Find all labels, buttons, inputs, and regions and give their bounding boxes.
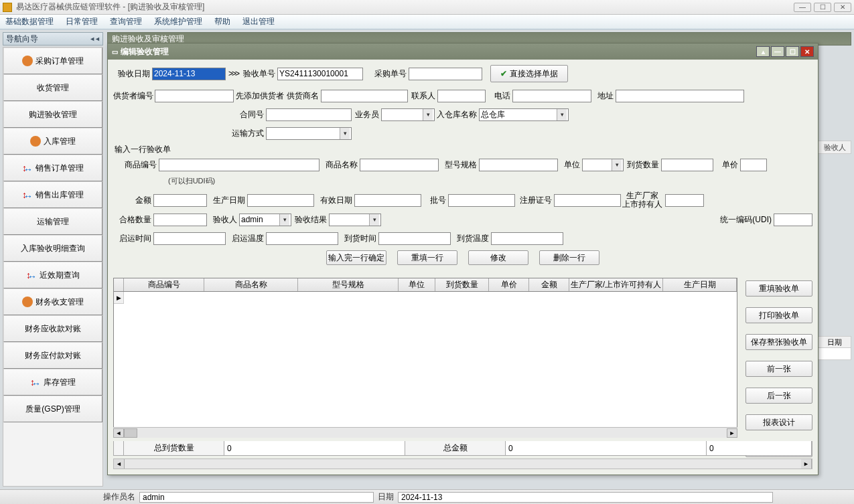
reg-no-input[interactable] (554, 194, 621, 207)
spec-input[interactable] (479, 159, 558, 171)
menu-system[interactable]: 系统维护管理 (154, 16, 202, 27)
arrival-temp-input[interactable] (491, 232, 563, 245)
nav-collapse-icon[interactable]: ◄◄ (89, 35, 100, 42)
nav-sales-order[interactable]: 销售订单管理 (3, 155, 102, 181)
nav-finance[interactable]: 财务收支管理 (3, 288, 102, 315)
grid-header[interactable]: 单价 (489, 278, 529, 291)
nav-header-label: 导航向导 (6, 33, 38, 45)
nav-inbound[interactable]: 入库管理 (3, 128, 102, 155)
refill-doc-button[interactable]: 重填验收单 (745, 280, 812, 297)
grid-header[interactable]: 到货数量 (435, 278, 489, 291)
prod-date-input[interactable] (247, 194, 314, 207)
valid-date-input[interactable] (354, 194, 421, 207)
batch-input[interactable] (448, 194, 515, 207)
contract-no-input[interactable] (266, 108, 352, 121)
menu-help[interactable]: 帮助 (214, 16, 230, 27)
menu-query[interactable]: 查询管理 (110, 16, 142, 27)
udi-input[interactable] (774, 214, 812, 226)
nav-receivable[interactable]: 财务应收款对账 (3, 315, 102, 342)
modify-line-button[interactable]: 修改 (468, 250, 528, 265)
inspector-combo[interactable]: admin (239, 214, 291, 226)
prev-doc-button[interactable]: 前一张 (745, 361, 812, 377)
supplier-code-input[interactable] (155, 90, 234, 102)
depart-temp-input[interactable] (266, 232, 338, 245)
direct-select-doc-button[interactable]: ✔ 直接选择单据 (490, 65, 568, 82)
depart-time-input[interactable] (153, 232, 226, 245)
label-acceptance-date: 验收日期 (113, 68, 152, 80)
grid-header[interactable]: 商品名称 (204, 278, 298, 291)
next-doc-button[interactable]: 后一张 (745, 388, 812, 404)
grid-header[interactable]: 单位 (399, 278, 435, 291)
salesman-combo[interactable] (381, 108, 435, 121)
arrival-qty-input[interactable] (661, 159, 713, 171)
amount-input[interactable] (153, 194, 207, 207)
grid-h-scrollbar[interactable]: ◄ ► (113, 427, 737, 438)
nav-inbound-detail[interactable]: 入库验收明细查询 (3, 235, 102, 262)
detail-grid[interactable]: 商品编号 商品名称 型号规格 单位 到货数量 单价 金额 生产厂家/上市许可持有… (113, 278, 737, 437)
nav-purchase-order[interactable]: 采购订单管理 (3, 48, 102, 74)
label-add-supplier[interactable]: 先添加供货者 (234, 90, 286, 102)
qualified-qty-input[interactable] (153, 214, 207, 226)
warehouse-combo[interactable]: 总仓库 (479, 108, 569, 121)
grid-header[interactable]: 金额 (529, 278, 569, 291)
window-close-button[interactable]: ✕ (834, 3, 851, 12)
dialog-maximize-button[interactable]: ☐ (786, 46, 799, 57)
unit-price-input[interactable] (740, 159, 767, 171)
nav-inventory[interactable]: 库存管理 (3, 369, 102, 396)
window-maximize-button[interactable]: ☐ (814, 3, 831, 12)
dialog-minimize-button[interactable]: — (771, 46, 784, 57)
nav-receiving[interactable]: 收货管理 (3, 74, 102, 101)
grid-body[interactable]: ▶ (114, 292, 737, 436)
grid-header[interactable]: 型号规格 (298, 278, 399, 291)
supplier-name-input[interactable] (321, 90, 408, 102)
dialog-rollup-button[interactable]: ▴ (756, 46, 770, 57)
scroll-left-button[interactable]: ◄ (113, 428, 124, 438)
nav-expiry-query[interactable]: 近效期查询 (3, 262, 102, 288)
unit-combo[interactable] (582, 159, 624, 171)
window-minimize-button[interactable]: — (794, 3, 811, 12)
report-design-button[interactable]: 报表设计 (745, 414, 812, 430)
product-code-input[interactable] (159, 159, 319, 171)
dialog-titlebar[interactable]: 编辑验收管理 ▴ — ☐ ✕ (108, 44, 818, 60)
scroll-thumb[interactable] (124, 428, 137, 438)
scroll-left-button[interactable]: ◄ (114, 459, 125, 469)
menu-exit[interactable]: 退出管理 (242, 16, 275, 27)
grid-header[interactable]: 生产厂家/上市许可持有人 (569, 278, 663, 291)
nav-sales-out[interactable]: 销售出库管理 (3, 181, 102, 208)
menu-daily[interactable]: 日常管理 (66, 16, 98, 27)
refill-line-button[interactable]: 重填一行 (397, 250, 457, 265)
scroll-right-button[interactable]: ► (727, 428, 737, 438)
confirm-line-button[interactable]: 输入完一行确定 (326, 250, 386, 265)
edit-acceptance-dialog: 编辑验收管理 ▴ — ☐ ✕ 验收日期 >>> 验收单号 采购单号 ✔ (107, 43, 819, 475)
nav-header[interactable]: 导航向导 ◄◄ (3, 32, 103, 46)
purchase-no-input[interactable] (409, 68, 482, 80)
dialog-right-buttons: 重填验收单 打印验收单 保存整张验收单 前一张 后一张 报表设计 返回 (745, 280, 812, 457)
scroll-right-button[interactable]: ► (801, 459, 812, 469)
contact-input[interactable] (437, 90, 486, 102)
print-doc-button[interactable]: 打印验收单 (745, 307, 812, 323)
nav-gsp[interactable]: 质量(GSP)管理 (3, 396, 102, 422)
grid-header[interactable]: 生产日期 (663, 278, 737, 291)
dialog-bottom-scrollbar[interactable]: ◄ ► (113, 458, 812, 469)
result-combo[interactable] (329, 214, 381, 226)
delete-line-button[interactable]: 删除一行 (539, 250, 599, 265)
manufacturer-input[interactable] (665, 194, 704, 207)
transport-mode-combo[interactable] (266, 127, 352, 140)
product-name-input[interactable] (360, 159, 439, 171)
menu-basic-data[interactable]: 基础数据管理 (5, 16, 54, 27)
dialog-close-button[interactable]: ✕ (800, 46, 814, 57)
doc-icon (22, 56, 33, 66)
section-input-line: 输入一行验收单 (115, 144, 812, 155)
nav-acceptance[interactable]: 购进验收管理 (3, 101, 102, 128)
label-acceptance-no: 验收单号 (241, 68, 277, 80)
date-picker-button[interactable]: >>> (226, 69, 241, 78)
save-doc-button[interactable]: 保存整张验收单 (745, 334, 812, 350)
acceptance-no-input[interactable] (277, 68, 363, 80)
arrival-time-input[interactable] (378, 232, 451, 245)
acceptance-date-input[interactable] (152, 68, 226, 80)
nav-payable[interactable]: 财务应付款对账 (3, 342, 102, 369)
grid-header[interactable]: 商品编号 (124, 278, 204, 291)
phone-input[interactable] (512, 90, 591, 102)
nav-transport[interactable]: 运输管理 (3, 208, 102, 235)
address-input[interactable] (616, 90, 744, 102)
